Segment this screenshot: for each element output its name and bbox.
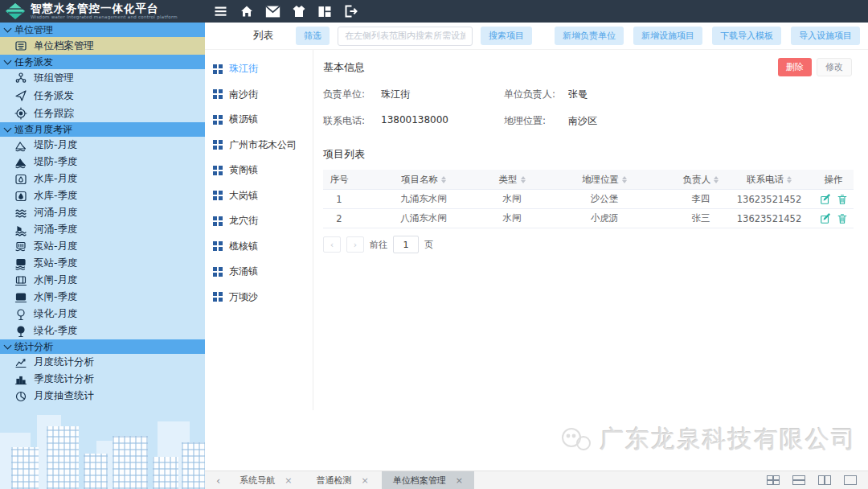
sidebar-item-reservoir-quarterly[interactable]: 水库-季度	[0, 187, 205, 204]
close-icon[interactable]: ×	[361, 475, 368, 486]
grid-icon	[213, 216, 223, 226]
import-project-button[interactable]: 导入设施项目	[791, 27, 860, 45]
sidebar-section-statistics[interactable]: 统计分析	[0, 339, 205, 354]
search-input[interactable]	[338, 27, 473, 46]
field-value: 13800138000	[381, 114, 448, 128]
sidebar-item-team-management[interactable]: 班组管理	[0, 69, 205, 87]
sidebar-item-sluice-monthly[interactable]: 水闸-月度	[0, 272, 205, 289]
search-project-button[interactable]: 搜索项目	[481, 27, 532, 45]
edit-icon[interactable]	[820, 213, 831, 224]
sidebar-item-reservoir-monthly[interactable]: 水库-月度	[0, 171, 205, 187]
tab-general-inspection[interactable]: 普通检测 ×	[305, 471, 379, 489]
home-icon[interactable]	[240, 5, 254, 18]
layout-vertical-split-icon[interactable]	[818, 475, 831, 485]
shirt-icon[interactable]	[292, 5, 306, 18]
sidebar-item-river-quarterly[interactable]: 河涌-季度	[0, 221, 205, 238]
layout-single-icon[interactable]	[844, 475, 857, 485]
district-label: 大岗镇	[229, 189, 258, 203]
col-location[interactable]: 地理位置	[532, 170, 677, 190]
col-phone[interactable]: 联系电话	[725, 170, 813, 190]
sort-icon[interactable]	[441, 176, 446, 183]
sidebar-item-quarterly-stats[interactable]: 季度统计分析	[0, 371, 205, 388]
sidebar-item-greening-monthly[interactable]: 绿化-月度	[0, 306, 205, 323]
bar-chart-icon	[14, 373, 27, 386]
district-item-wanqingsha[interactable]: 万顷沙	[205, 285, 313, 310]
district-item-huangge[interactable]: 黄阁镇	[205, 158, 313, 183]
sidebar-section-monthly-review[interactable]: 巡查月度考评	[0, 122, 205, 137]
col-type[interactable]: 类型	[492, 170, 532, 190]
delete-icon[interactable]	[837, 194, 848, 205]
sidebar-item-monthly-spotcheck-stats[interactable]: 月度抽查统计	[0, 388, 205, 405]
layout-grid-icon[interactable]	[767, 475, 780, 485]
district-item-huamu-company[interactable]: 广州市花木公司	[205, 133, 313, 158]
district-item-dagang[interactable]: 大岗镇	[205, 183, 313, 209]
cell-type: 水闸	[492, 209, 532, 228]
delete-button[interactable]: 删除	[778, 58, 812, 76]
district-item-dongchong[interactable]: 东涌镇	[205, 259, 313, 285]
sidebar-item-monthly-stats[interactable]: 月度统计分析	[0, 354, 205, 371]
goto-label: 前往	[370, 239, 387, 251]
edit-icon[interactable]	[820, 194, 831, 205]
sidebar-item-task-dispatch[interactable]: 任务派发	[0, 87, 205, 105]
page-number-input[interactable]	[393, 236, 419, 253]
bottom-tabbar: ‹ 系统导航 × 普通检测 × 单位档案管理 ×	[205, 471, 868, 489]
next-page-button[interactable]: ›	[346, 236, 364, 253]
filter-button[interactable]: 筛选	[296, 27, 330, 45]
sidebar-item-pump-monthly[interactable]: 泵站-月度	[0, 238, 205, 255]
sidebar-section-unit-management[interactable]: 单位管理	[0, 23, 205, 37]
district-label: 黄阁镇	[229, 163, 258, 177]
add-unit-button[interactable]: 新增负责单位	[555, 27, 624, 45]
sidebar-item-river-monthly[interactable]: 河涌-月度	[0, 204, 205, 221]
sidebar-item-levee-quarterly[interactable]: 堤防-季度	[0, 154, 205, 171]
tab-unit-archive[interactable]: 单位档案管理 ×	[382, 471, 474, 489]
add-project-button[interactable]: 新增设施项目	[633, 27, 702, 45]
sort-icon[interactable]	[622, 176, 627, 183]
district-item-hengli[interactable]: 横沥镇	[205, 107, 313, 133]
download-template-button[interactable]: 下载导入模板	[712, 27, 781, 45]
grid-icon	[213, 89, 223, 99]
tab-system-nav[interactable]: 系统导航 ×	[228, 471, 303, 489]
sidebar-item-label: 水闸-季度	[34, 290, 78, 304]
toolbar: 列表 筛选 搜索项目 新增负责单位 新增设施项目 下载导入模板 导入设施项目	[205, 23, 868, 50]
tree-icon	[14, 325, 27, 338]
sidebar-item-sluice-quarterly[interactable]: 水闸-季度	[0, 289, 205, 306]
chevron-down-icon	[4, 57, 12, 65]
edit-button[interactable]: 修改	[817, 58, 852, 76]
logout-icon[interactable]	[343, 5, 358, 18]
basic-info-title: 基本信息	[323, 60, 365, 75]
district-item-longxue[interactable]: 龙穴街	[205, 208, 313, 234]
sort-icon[interactable]	[787, 176, 792, 183]
prev-page-button[interactable]: ‹	[323, 236, 341, 253]
menu-icon[interactable]	[213, 5, 228, 18]
grid-icon	[213, 64, 223, 74]
sort-icon[interactable]	[714, 176, 719, 183]
close-icon[interactable]: ×	[456, 475, 463, 486]
delete-icon[interactable]	[837, 213, 848, 224]
col-person[interactable]: 负责人	[677, 170, 725, 190]
cell-name: 九涌东水闸	[355, 190, 492, 209]
pie-chart-icon	[14, 390, 27, 403]
close-icon[interactable]: ×	[285, 475, 292, 486]
sidebar-item-greening-quarterly[interactable]: 绿化-季度	[0, 323, 205, 339]
sidebar-item-label: 任务跟踪	[34, 107, 74, 121]
layout-horizontal-split-icon[interactable]	[792, 475, 805, 485]
sort-icon[interactable]	[521, 176, 526, 183]
sidebar-item-unit-archive[interactable]: 单位档案管理	[0, 37, 205, 55]
cell-location: 小虎沥	[532, 209, 677, 228]
col-project-name[interactable]: 项目名称	[355, 170, 492, 190]
mail-icon[interactable]	[265, 6, 280, 18]
tab-scroll-left-icon[interactable]: ‹	[210, 475, 227, 487]
district-item-nansha[interactable]: 南沙街	[205, 82, 313, 108]
sidebar-section-task-dispatch[interactable]: 任务派发	[0, 55, 205, 69]
sidebar-item-levee-monthly[interactable]: 堤防-月度	[0, 137, 205, 154]
district-item-zhujiang[interactable]: 珠江街	[205, 56, 313, 82]
sidebar-item-label: 河涌-月度	[34, 206, 78, 220]
cell-name: 八涌东水闸	[355, 209, 492, 228]
district-item-lanhe[interactable]: 榄核镇	[205, 234, 313, 260]
sidebar-item-task-tracking[interactable]: 任务跟踪	[0, 105, 205, 122]
layout-icon[interactable]	[317, 6, 332, 18]
sidebar-item-label: 堤防-月度	[34, 138, 78, 152]
watermark-text: 广东龙泉科技有限公司	[600, 423, 857, 456]
sidebar-item-pump-quarterly[interactable]: 泵站-季度	[0, 255, 205, 272]
pump-station-icon	[14, 257, 27, 270]
